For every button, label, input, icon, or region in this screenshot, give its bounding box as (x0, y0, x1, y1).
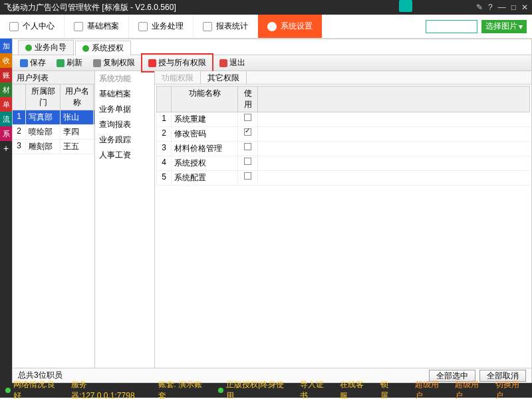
tree-item[interactable]: 查询报表 (95, 117, 154, 132)
nav-settings[interactable]: 系统设置 (258, 15, 323, 38)
search-input[interactable] (426, 20, 477, 33)
super-user-r: 超级用户 (455, 379, 486, 399)
chart-icon (203, 22, 212, 31)
user-icon (9, 22, 19, 31)
net-dot-icon (5, 388, 11, 393)
refresh-button[interactable]: 刷新 (52, 55, 87, 70)
help-icon[interactable]: ? (488, 3, 493, 12)
save-icon (20, 59, 28, 67)
lock-screen[interactable]: 锁屏 (380, 379, 396, 399)
copy-icon (93, 59, 101, 67)
close-icon[interactable]: ✕ (521, 3, 528, 12)
func-row[interactable]: 4系统授权 (156, 156, 530, 171)
tree-item[interactable]: 业务单据 (95, 102, 154, 117)
highlight-annotation: 授与所有权限 (141, 53, 213, 72)
tree-item[interactable]: 基础档案 (95, 86, 154, 102)
nav-personal[interactable]: 个人中心 (0, 15, 65, 38)
tab-auth[interactable]: 系统授权 (75, 41, 131, 55)
user-list-title: 用户列表 (13, 71, 94, 84)
doc-icon (138, 22, 148, 31)
net-status: 网络情况:良好 (5, 379, 62, 399)
func-row[interactable]: 2修改密码 (156, 127, 530, 142)
sidebar: 加 收 账 材 单 流 系 + (0, 39, 12, 383)
func-row[interactable]: 1系统重建 (156, 112, 530, 127)
skin-icon[interactable]: ✎ (476, 3, 483, 12)
super-user-l: 超级用户 (415, 379, 446, 399)
nav-stats[interactable]: 报表统计 (194, 15, 258, 38)
side-material[interactable]: 材 (0, 82, 12, 97)
func-row[interactable]: 5系统配置 (156, 171, 530, 186)
side-flow[interactable]: 流 (0, 112, 12, 126)
checkbox[interactable] (244, 114, 251, 121)
minimize-icon[interactable]: — (498, 3, 506, 12)
account-status: 账套: 演示账套 (158, 379, 209, 399)
tab-guide[interactable]: 业务向导 (18, 40, 74, 55)
server-status: 服务器:127.0.0.1:7798 (71, 379, 148, 399)
checkbox[interactable] (244, 128, 251, 136)
func-row[interactable]: 3材料价格管理 (156, 142, 530, 156)
dropdown-icon: ▾ (519, 22, 523, 31)
side-receive[interactable]: 收 (0, 53, 12, 68)
archive-icon (74, 22, 83, 31)
grant-icon (148, 59, 156, 67)
import-cert[interactable]: 导入证书 (300, 379, 331, 399)
user-row[interactable]: 2喷绘部李四 (13, 125, 94, 140)
checkbox[interactable] (244, 143, 251, 150)
select-pic-button[interactable]: 选择图片▾ (481, 20, 527, 33)
auth-icon (82, 45, 89, 52)
checkbox[interactable] (244, 158, 251, 165)
gear-icon (267, 22, 277, 31)
refresh-icon (57, 59, 65, 67)
exit-icon (219, 59, 227, 67)
nav-business[interactable]: 业务处理 (129, 15, 194, 38)
mobile-icon[interactable] (399, 0, 412, 12)
user-row[interactable]: 1写真部张山 (13, 110, 94, 125)
copy-perm-button[interactable]: 复制权限 (88, 55, 140, 70)
grant-all-button[interactable]: 授与所有权限 (144, 55, 211, 70)
check-icon (218, 388, 223, 393)
side-sys[interactable]: 系 (0, 126, 12, 141)
user-table-header: 所属部门用户名称 (13, 84, 94, 110)
side-plus[interactable]: + (0, 141, 12, 156)
user-row[interactable]: 3雕刻部王五 (13, 140, 94, 154)
side-account[interactable]: 账 (0, 68, 12, 82)
exit-button[interactable]: 退出 (215, 55, 250, 70)
tree-item[interactable]: 人事工资 (95, 148, 154, 163)
func-table-header: 功能名称使用 (156, 86, 530, 112)
side-add[interactable]: 加 (0, 39, 12, 53)
online-support[interactable]: 在线客服 (340, 379, 371, 399)
function-tree: 系统功能 基础档案 业务单据 查询报表 业务跟踪 人事工资 (95, 71, 155, 368)
checkbox[interactable] (244, 172, 251, 180)
maximize-icon[interactable]: □ (511, 3, 516, 12)
save-button[interactable]: 保存 (15, 55, 51, 70)
switch-user[interactable]: 切换用户 (495, 379, 527, 399)
subtab-other[interactable]: 其它权限 (201, 71, 247, 84)
guide-icon (25, 45, 32, 51)
side-order[interactable]: 单 (0, 97, 12, 112)
nav-basic[interactable]: 基础档案 (65, 15, 129, 38)
tree-root[interactable]: 系统功能 (95, 71, 154, 86)
license-status: 正版授权|终身使用 (218, 379, 290, 399)
tree-item[interactable]: 业务跟踪 (95, 132, 154, 148)
subtab-func[interactable]: 功能权限 (155, 71, 201, 84)
